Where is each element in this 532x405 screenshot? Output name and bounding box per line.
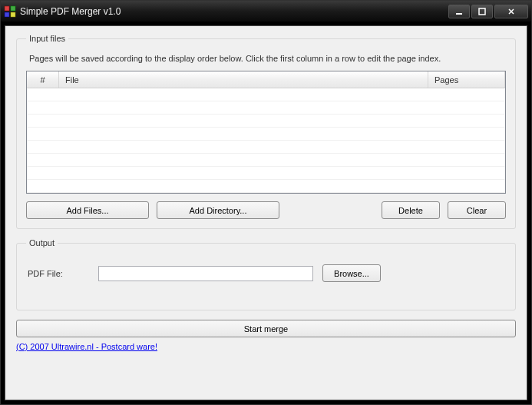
table-row[interactable] <box>27 154 505 167</box>
svg-rect-3 <box>11 12 15 17</box>
pdf-file-label: PDF File: <box>28 269 89 278</box>
spacer <box>287 201 374 219</box>
app-icon <box>4 5 16 18</box>
footer-link[interactable]: (C) 2007 Ultrawire.nl - Postcard ware! <box>16 342 516 351</box>
column-header-index[interactable]: # <box>27 71 59 88</box>
window-title: Simple PDF Merger v1.0 <box>20 6 447 17</box>
input-buttons-row: Add Files... Add Directory... Delete Cle… <box>26 201 506 219</box>
table-row[interactable] <box>27 167 505 180</box>
start-merge-button[interactable]: Start merge <box>16 320 516 337</box>
table-row[interactable] <box>27 115 505 128</box>
clear-button[interactable]: Clear <box>448 201 506 219</box>
titlebar[interactable]: Simple PDF Merger v1.0 <box>1 1 531 22</box>
svg-rect-1 <box>11 6 15 11</box>
table-header: # File Pages <box>27 71 505 88</box>
column-header-pages[interactable]: Pages <box>428 71 505 88</box>
add-files-button[interactable]: Add Files... <box>26 201 149 219</box>
minimize-button[interactable] <box>448 5 470 18</box>
svg-rect-2 <box>5 12 9 17</box>
output-group: Output PDF File: Browse... <box>16 238 516 310</box>
app-window: Simple PDF Merger v1.0 Input files Pages… <box>0 0 532 405</box>
pdf-file-input[interactable] <box>98 266 313 281</box>
add-directory-button[interactable]: Add Directory... <box>157 201 279 219</box>
input-hint: Pages will be saved according to the dis… <box>29 54 506 63</box>
table-row[interactable] <box>27 88 505 101</box>
output-legend: Output <box>26 238 58 247</box>
input-files-group: Input files Pages will be saved accordin… <box>16 34 516 229</box>
file-table[interactable]: # File Pages <box>26 71 506 194</box>
table-row[interactable] <box>27 101 505 115</box>
window-controls <box>447 5 528 18</box>
table-row[interactable] <box>27 180 505 193</box>
client-area: Input files Pages will be saved accordin… <box>5 25 527 400</box>
browse-button[interactable]: Browse... <box>322 264 381 282</box>
svg-rect-4 <box>456 13 462 15</box>
table-body[interactable] <box>27 88 505 193</box>
table-row[interactable] <box>27 141 505 154</box>
svg-rect-5 <box>479 8 485 15</box>
delete-button[interactable]: Delete <box>382 201 440 219</box>
column-header-file[interactable]: File <box>59 71 428 88</box>
svg-rect-0 <box>5 6 9 11</box>
input-files-legend: Input files <box>26 34 68 43</box>
maximize-button[interactable] <box>471 5 493 18</box>
table-row[interactable] <box>27 128 505 141</box>
close-button[interactable] <box>494 5 528 18</box>
